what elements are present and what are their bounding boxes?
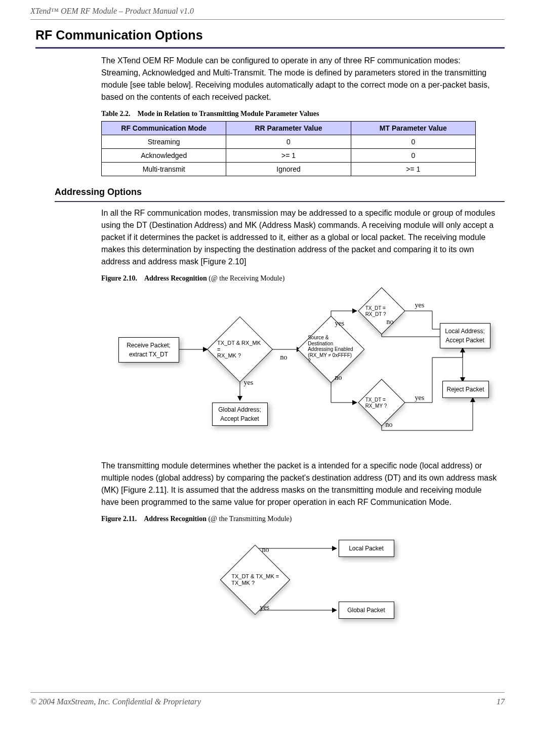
diagram-connectors <box>108 289 493 451</box>
fig-rest: (@ the Transmitting Module) <box>208 515 292 523</box>
table-row: Acknowledged >= 1 0 <box>102 148 476 162</box>
cell: Ignored <box>226 162 351 176</box>
cell: Multi-transmit <box>102 162 226 176</box>
footer-page: 17 <box>497 696 505 708</box>
node-txdt-rxmy-question: TX_DT = RX_MY ? <box>360 388 403 417</box>
intro-paragraph: The XTend OEM RF Module can be configure… <box>101 55 500 103</box>
col-mode: RF Communication Mode <box>102 121 226 135</box>
cell: Streaming <box>102 135 226 148</box>
table-caption: Table 2.2. Mode in Relation to Transmitt… <box>101 108 500 119</box>
label-yes: yes <box>415 300 425 310</box>
figure-210-caption: Figure 2.10. Address Recognition (@ the … <box>101 273 500 284</box>
heading-2: Addressing Options <box>55 185 505 202</box>
label-yes: yes <box>335 318 345 329</box>
node-local-packet: Local Packet <box>339 540 394 557</box>
label-yes: yes <box>415 392 425 403</box>
col-rr: RR Parameter Value <box>226 121 351 135</box>
node-receive-packet: Receive Packet; extract TX_DT <box>118 337 179 363</box>
fig-prefix: Figure 2.10. <box>101 274 137 282</box>
cell: 0 <box>351 148 475 162</box>
label-yes: yes <box>260 602 270 613</box>
table-row: Streaming 0 0 <box>102 135 476 148</box>
node-global-address: Global Address; Accept Packet <box>212 403 268 426</box>
node-txdt-rxdt-question: TX_DT = RX_DT ? <box>360 297 403 325</box>
addressing-para-1: In all the RF communication modes, trans… <box>101 207 500 268</box>
table-caption-prefix: Table 2.2. <box>101 110 130 117</box>
cell: 0 <box>226 135 351 148</box>
page-header: XTend™ OEM RF Module – Product Manual v1… <box>30 5 505 20</box>
table-caption-title: Mode in Relation to Transmitting Module … <box>137 110 319 117</box>
label-yes: yes <box>244 377 254 388</box>
label-no: no <box>387 316 394 327</box>
label-no: no <box>386 419 393 430</box>
node-addressing-enabled-question: Source & Destination Addressing Enabled … <box>303 327 359 372</box>
fig-rest: (@ the Receiving Module) <box>209 274 284 282</box>
table-header-row: RF Communication Mode RR Parameter Value… <box>102 121 476 135</box>
cell: >= 1 <box>226 148 351 162</box>
node-reject-packet: Reject Packet <box>442 381 489 398</box>
mode-table: RF Communication Mode RR Parameter Value… <box>101 121 476 176</box>
node-global-packet: Global Packet <box>339 602 394 619</box>
node-txmask-question: TX_DT & TX_MK = TX_MK ? <box>222 554 288 605</box>
fig-prefix: Figure 2.11. <box>101 515 137 523</box>
cell: >= 1 <box>351 162 475 176</box>
label-no: no <box>262 544 269 555</box>
figure-211-caption: Figure 2.11. Address Recognition (@ the … <box>101 513 500 524</box>
figure-210-diagram: Receive Packet; extract TX_DT TX_DT & RX… <box>108 289 493 451</box>
node-local-address: Local Address; Accept Packet <box>440 323 490 348</box>
footer-text: © 2004 MaxStream, Inc. Confidential & Pr… <box>30 696 201 708</box>
heading-1: RF Communication Options <box>35 26 505 49</box>
label-no: no <box>335 372 342 383</box>
figure-211-diagram: TX_DT & TX_MK = TX_MK ? Local Packet Glo… <box>179 529 422 630</box>
cell: 0 <box>351 135 475 148</box>
fig-bold: Address Recognition <box>144 274 207 282</box>
cell: Acknowledged <box>102 148 226 162</box>
table-row: Multi-transmit Ignored >= 1 <box>102 162 476 176</box>
col-mt: MT Parameter Value <box>351 121 475 135</box>
addressing-para-2: The transmitting module determines wheth… <box>101 460 500 508</box>
label-no: no <box>280 352 287 363</box>
fig-bold: Address Recognition <box>144 515 207 523</box>
node-mask-question: TX_DT & RX_MK = RX_MK ? <box>212 327 268 372</box>
